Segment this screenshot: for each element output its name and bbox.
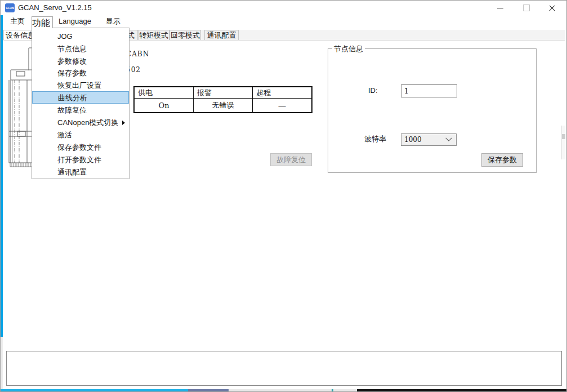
node-info-groupbox: 节点信息 ID: 波特率 1000 保存参数 <box>328 48 537 173</box>
baud-rate-select[interactable]: 1000 <box>401 133 457 146</box>
menu-item-fault-reset[interactable]: 故障复位 <box>32 104 129 117</box>
status-table-header-row: 供电 报警 超程 <box>134 87 312 99</box>
tab-comm-config[interactable]: 通讯配置 <box>204 30 239 40</box>
chevron-down-icon <box>445 135 452 141</box>
tab-device-info[interactable]: 设备信息 <box>3 30 35 40</box>
menubar-item-display[interactable]: 显示 <box>101 15 126 28</box>
taskbar-segment-slate <box>188 389 229 392</box>
fault-reset-button[interactable]: 故障复位 <box>270 153 312 166</box>
right-scrollbar-thumb[interactable] <box>562 134 565 139</box>
app-window: GCAN GCAN_Servo_V1.2.15 主页 功能 Language 显… <box>0 0 567 392</box>
maximize-icon <box>523 5 530 11</box>
menubar-item-language[interactable]: Language <box>57 15 93 28</box>
right-scrollbar[interactable] <box>561 126 565 159</box>
close-icon <box>548 5 556 12</box>
taskbar-tick <box>332 389 333 392</box>
menu-item-comm-config[interactable]: 通讯配置 <box>32 166 129 179</box>
status-value-power: On <box>134 99 194 113</box>
menu-item-node-info[interactable]: 节点信息 <box>32 43 129 55</box>
menu-item-activate[interactable]: 激活 <box>32 129 129 141</box>
device-dimension-drawing <box>3 43 33 168</box>
close-button[interactable] <box>540 1 564 15</box>
menubar-item-home[interactable]: 主页 <box>6 15 29 28</box>
menu-item-factory-reset[interactable]: 恢复出厂设置 <box>32 79 129 92</box>
left-gray-strip <box>1 337 3 389</box>
menu-item-canopen-mode[interactable]: CANopen模式切换 <box>32 117 129 129</box>
menu-item-canopen-label: CANopen模式切换 <box>57 118 118 127</box>
menu-item-param-edit[interactable]: 参数修改 <box>32 55 129 68</box>
menu-item-curve-analysis[interactable]: 曲线分析 <box>32 91 129 104</box>
status-header-alarm: 报警 <box>194 87 253 99</box>
menu-item-open-param-file[interactable]: 打开参数文件 <box>32 154 129 166</box>
menubar-item-function[interactable]: 功能 <box>32 16 53 28</box>
function-dropdown-menu: JOG 节点信息 参数修改 保存参数 恢复出厂设置 曲线分析 故障复位 CANo… <box>32 28 130 179</box>
baud-rate-value: 1000 <box>401 136 447 144</box>
menu-item-save-params[interactable]: 保存参数 <box>32 67 129 79</box>
device-text-fragment-1: CABN <box>126 50 149 58</box>
menu-item-jog[interactable]: JOG <box>32 30 129 43</box>
menu-item-save-param-file[interactable]: 保存参数文件 <box>32 141 129 154</box>
status-value-overtravel: — <box>253 99 312 113</box>
status-header-overtravel: 超程 <box>253 87 312 99</box>
id-label: ID: <box>368 86 378 95</box>
arrow-right-icon <box>122 121 125 125</box>
minimize-icon <box>497 8 503 8</box>
window-title: GCAN_Servo_V1.2.15 <box>18 3 92 12</box>
app-logo-icon: GCAN <box>5 3 15 12</box>
node-info-group-title: 节点信息 <box>332 44 365 54</box>
taskbar-segment-black <box>357 389 567 392</box>
taskbar-segment-cyan <box>1 389 188 392</box>
save-params-button[interactable]: 保存参数 <box>481 153 523 167</box>
log-panel <box>6 351 562 386</box>
taskbar-segment-gray <box>229 389 357 392</box>
title-bar: GCAN GCAN_Servo_V1.2.15 <box>1 1 566 15</box>
tab-homing-mode[interactable]: 回零模式 <box>169 30 201 40</box>
baud-rate-label: 波特率 <box>364 134 386 144</box>
minimize-button[interactable] <box>488 1 512 15</box>
maximize-button[interactable] <box>515 1 538 15</box>
tab-torque-mode[interactable]: 转矩模式 <box>138 30 169 40</box>
id-input[interactable] <box>401 84 457 97</box>
status-table-value-row: On 无错误 — <box>134 99 312 113</box>
status-table: 供电 报警 超程 On 无错误 — <box>133 86 312 113</box>
status-header-power: 供电 <box>134 87 194 99</box>
status-value-alarm: 无错误 <box>194 99 253 113</box>
